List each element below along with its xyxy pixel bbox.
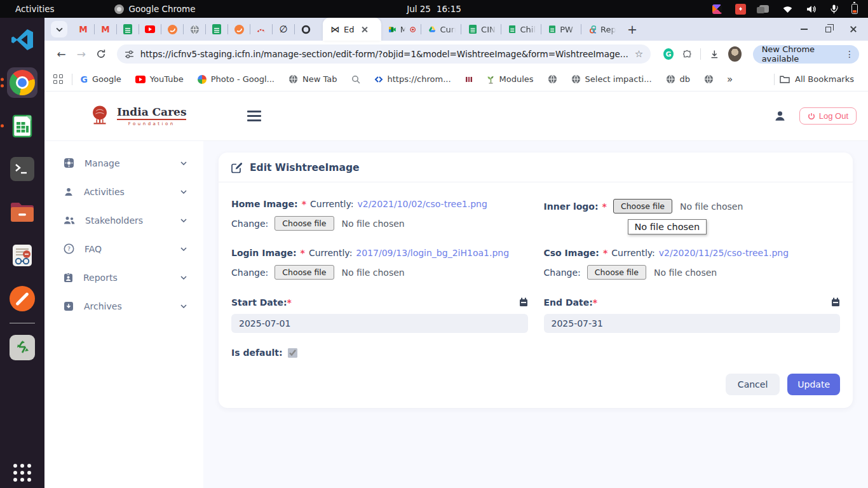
end-date-input[interactable] — [544, 314, 841, 333]
dock-item-chrome[interactable] — [7, 67, 37, 98]
tab-search-button[interactable] — [51, 21, 67, 37]
active-tab[interactable]: ⋈ Ed — [323, 18, 381, 41]
grammarly-icon[interactable]: G — [663, 48, 674, 60]
bookmark-db[interactable]: db — [660, 72, 696, 86]
sidebar-item-activities[interactable]: Activities — [44, 177, 203, 206]
bookmark-maroon[interactable] — [459, 73, 478, 86]
app-menu[interactable]: Google Chrome — [114, 4, 196, 14]
pinned-tab-openai[interactable] — [295, 18, 316, 41]
bookmark-globe-1[interactable] — [542, 72, 563, 86]
pinned-tab-gmail[interactable]: M — [72, 18, 94, 41]
cso-image-choose-file-button[interactable]: Choose file — [587, 265, 646, 280]
logout-button[interactable]: Log Out — [799, 107, 857, 125]
dock-item-libreoffice-calc[interactable] — [7, 111, 37, 141]
tab-repo[interactable]: Repo — [581, 18, 621, 41]
bookmark-google[interactable]: GGoogle — [75, 72, 127, 87]
cso-image-no-file-text: No file chosen — [654, 268, 717, 278]
profile-avatar[interactable] — [728, 46, 742, 62]
new-tab-button[interactable]: + — [621, 22, 644, 36]
pinned-tab-red-arc[interactable] — [250, 18, 272, 41]
bookmark-modules[interactable]: Modules — [481, 72, 539, 86]
screenshare-tray-icon[interactable] — [735, 4, 746, 15]
bookmark-star-icon[interactable]: ☆ — [635, 48, 643, 60]
sidebar-item-manage[interactable]: Manage — [44, 149, 203, 177]
browser-menu-icon[interactable]: ⋮ — [845, 49, 854, 59]
forward-button[interactable]: → — [73, 45, 89, 63]
cso-image-label: Cso Image: — [544, 248, 599, 258]
sidebar-item-stakeholders[interactable]: Stakeholders — [44, 206, 203, 234]
bookmark-photos[interactable]: Photo - Googl... — [192, 72, 280, 86]
is-default-label: Is default: — [231, 348, 283, 358]
login-image-current-link[interactable]: 2017/09/13/login_bg_2iH1oa1.png — [356, 248, 509, 258]
update-button[interactable]: Update — [787, 374, 840, 395]
tab-drive[interactable]: Curre — [421, 18, 461, 41]
calendar-icon[interactable] — [519, 297, 528, 307]
bookmark-youtube[interactable]: YouTube — [130, 72, 189, 86]
bookmark-select-impact[interactable]: Select impacti... — [566, 72, 658, 86]
system-tray[interactable] — [712, 4, 868, 15]
pinned-tab-null-symbol[interactable]: ∅ — [273, 18, 294, 41]
sidebar-item-faq[interactable]: ? FAQ — [44, 234, 203, 263]
back-button[interactable]: ← — [53, 45, 69, 63]
maroon-wordmark-icon — [465, 76, 473, 83]
reload-button[interactable] — [93, 45, 109, 63]
sidebar-toggle-hamburger-icon[interactable] — [247, 111, 261, 121]
pinned-tab-globe[interactable] — [184, 18, 205, 41]
brand-logo[interactable]: India Cares Foundation — [88, 105, 186, 128]
home-image-label: Home Image: — [231, 199, 298, 209]
tab-cini[interactable]: CINI — [461, 18, 501, 41]
bookmark-chromium[interactable]: https://chrom... — [369, 72, 457, 86]
tab-pw[interactable]: PW C — [541, 18, 581, 41]
activities-button[interactable]: Activities — [0, 0, 70, 18]
pinned-tab-sheets-2[interactable] — [206, 18, 227, 41]
tab-child[interactable]: Child — [501, 18, 541, 41]
is-default-checkbox[interactable] — [288, 348, 297, 358]
downloads-icon[interactable] — [710, 49, 719, 60]
tricolor-knot-icon — [589, 25, 596, 34]
dock-item-vscode[interactable] — [7, 24, 37, 55]
close-icon[interactable] — [849, 25, 857, 33]
start-date-input[interactable] — [231, 314, 528, 333]
extensions-puzzle-icon[interactable] — [682, 49, 692, 60]
bookmark-new-tab[interactable]: New Tab — [283, 72, 343, 86]
calendar-icon[interactable] — [831, 297, 840, 307]
home-image-choose-file-button[interactable]: Choose file — [275, 216, 334, 231]
home-image-current-link[interactable]: v2/2021/10/02/cso-tree1.png — [357, 199, 487, 209]
bookmark-globe-2[interactable] — [698, 72, 719, 86]
dock-item-files[interactable] — [7, 197, 37, 227]
tab-meet[interactable]: M — [381, 18, 421, 41]
chrome-icon — [10, 70, 35, 95]
toolbox-tray-icon[interactable] — [712, 4, 722, 14]
address-bar[interactable]: https://icfnv5-staging.icfn.in/manage-se… — [117, 44, 651, 64]
dock-item-terminal[interactable] — [7, 154, 37, 184]
user-profile-icon[interactable] — [773, 109, 787, 123]
bookmarks-overflow-button[interactable]: » — [722, 74, 738, 85]
pinned-tab-orange-app-2[interactable] — [228, 18, 250, 41]
pinned-tab-youtube[interactable] — [139, 18, 161, 41]
all-bookmarks-button[interactable]: All Bookmarks — [769, 71, 859, 88]
cancel-button[interactable]: Cancel — [726, 374, 780, 395]
site-settings-icon[interactable] — [125, 50, 134, 59]
sidebar-item-reports[interactable]: Reports — [44, 263, 203, 292]
sidebar-item-archives[interactable]: Archives — [44, 292, 203, 320]
bookmark-search[interactable] — [346, 72, 366, 86]
tab-close-icon[interactable] — [361, 26, 368, 33]
pinned-tab-orange-app[interactable] — [161, 18, 183, 41]
apps-grid-icon[interactable] — [53, 74, 63, 84]
dock-item-trash[interactable] — [7, 332, 37, 363]
cso-image-current-link[interactable]: v2/2020/11/25/cso-tree1.png — [659, 248, 789, 258]
pinned-tab-sheets[interactable] — [117, 18, 139, 41]
clock[interactable]: Jul 25 16:15 — [407, 4, 461, 14]
dock-item-postman[interactable] — [7, 283, 37, 314]
minimize-icon[interactable] — [801, 29, 808, 30]
inner-logo-choose-file-button[interactable]: Choose file — [613, 199, 672, 214]
chat-tray-icon[interactable] — [759, 5, 769, 13]
chrome-update-button[interactable]: New Chrome available ⋮ — [753, 45, 859, 64]
restore-icon[interactable] — [825, 27, 831, 32]
login-image-choose-file-button[interactable]: Choose file — [275, 265, 334, 280]
pinned-tab-gmail-2[interactable]: M — [95, 18, 116, 41]
plant-icon — [487, 75, 495, 84]
bookmarks-divider — [774, 74, 775, 85]
show-applications-button[interactable] — [13, 464, 31, 482]
dock-item-document-viewer[interactable] — [7, 240, 37, 271]
